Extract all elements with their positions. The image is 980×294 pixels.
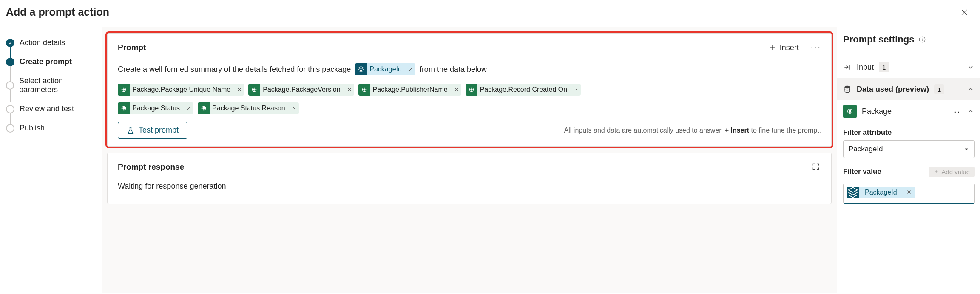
package-icon (843, 105, 857, 118)
prompt-text: from the data below (420, 62, 487, 77)
filter-attribute-label: Filter attribute (843, 128, 975, 137)
package-icon (466, 84, 477, 96)
chip-remove-button[interactable] (290, 102, 299, 114)
package-icon (198, 102, 210, 114)
step-dot-icon (6, 58, 14, 66)
wizard-steps: Action details Create prompt Select acti… (0, 27, 102, 293)
step-create-prompt[interactable]: Create prompt (6, 57, 98, 66)
page-title: Add a prompt action (6, 6, 109, 18)
chip-remove-button[interactable] (571, 84, 581, 96)
chip-remove-button[interactable] (345, 84, 354, 96)
chip-package-unique-name[interactable]: Package.Package Unique Name (118, 84, 244, 96)
fullscreen-icon (812, 162, 820, 171)
prompt-response-card: Prompt response Waiting for response gen… (107, 153, 832, 204)
step-dot-icon (6, 124, 14, 133)
response-body: Waiting for response generation. (118, 182, 821, 191)
chip-remove-button[interactable] (452, 84, 461, 96)
package-icon (358, 84, 370, 96)
plus-icon (934, 169, 939, 174)
data-icon (355, 63, 367, 75)
step-select-action-parameters[interactable]: Select action parameters (6, 76, 98, 94)
test-prompt-button[interactable]: Test prompt (118, 122, 187, 139)
filter-value-label: Filter value (843, 167, 881, 176)
chip-status-reason[interactable]: Package.Status Reason (198, 102, 299, 114)
step-dot-icon (6, 105, 14, 113)
chip-status[interactable]: Package.Status (118, 102, 193, 114)
step-dot-icon (6, 81, 14, 90)
step-publish[interactable]: Publish (6, 124, 98, 133)
plus-icon (769, 44, 776, 51)
filter-value-input[interactable]: PackageId (843, 184, 975, 204)
data-used-section-header[interactable]: Data used (preview) 1 (837, 78, 980, 100)
filter-attribute-select[interactable]: PackageId (843, 140, 975, 158)
close-icon (960, 8, 969, 17)
svg-point-7 (845, 86, 850, 88)
prompt-hint: All inputs and data are automatically us… (564, 127, 821, 134)
data-count-badge: 1 (934, 84, 944, 94)
prompt-card: Prompt Insert ··· Create a well formed s… (107, 33, 832, 147)
settings-title: Prompt settings (843, 34, 975, 45)
more-actions-button[interactable]: ··· (811, 42, 821, 53)
chip-package-version[interactable]: Package.PackageVersion (248, 84, 354, 96)
checkmark-icon (6, 39, 14, 47)
prompt-settings-panel: Prompt settings Input 1 Data used (previ… (837, 27, 980, 293)
prompt-text: Create a well formed summary of the deta… (118, 62, 351, 77)
expand-button[interactable] (812, 162, 821, 172)
filter-value-chip[interactable]: PackageId (847, 187, 915, 198)
chip-remove-button[interactable] (235, 84, 244, 96)
add-value-button[interactable]: Add value (929, 167, 975, 177)
package-icon (248, 84, 260, 96)
chip-remove-button[interactable] (184, 102, 193, 114)
chip-remove-button[interactable] (903, 189, 915, 196)
package-icon (118, 84, 130, 96)
input-icon (843, 63, 852, 71)
chevron-up-icon (966, 85, 975, 93)
insert-button[interactable]: Insert (769, 43, 799, 52)
chip-record-created-on[interactable]: Package.Record Created On (466, 84, 581, 96)
chip-packageid-inline[interactable]: PackageId (355, 63, 415, 75)
flask-icon (127, 127, 134, 134)
database-icon (843, 85, 852, 93)
data-icon (847, 187, 859, 198)
step-action-details[interactable]: Action details (6, 38, 98, 47)
chevron-up-icon[interactable] (966, 107, 975, 116)
info-icon[interactable] (918, 36, 926, 43)
chip-publisher-name[interactable]: Package.PublisherName (358, 84, 461, 96)
chip-remove-button[interactable] (406, 63, 415, 75)
input-section-header[interactable]: Input 1 (843, 56, 975, 78)
step-review-and-test[interactable]: Review and test (6, 105, 98, 113)
package-icon (118, 102, 130, 114)
prompt-editor[interactable]: Create a well formed summary of the deta… (118, 62, 821, 114)
chevron-down-icon (966, 63, 975, 71)
package-more-button[interactable]: ··· (951, 107, 960, 116)
package-header[interactable]: Package ··· (843, 102, 975, 125)
chevron-down-icon (963, 146, 969, 152)
input-count-badge: 1 (879, 62, 889, 72)
response-title: Prompt response (118, 162, 184, 172)
prompt-title: Prompt (118, 43, 146, 52)
close-button[interactable] (959, 7, 970, 18)
